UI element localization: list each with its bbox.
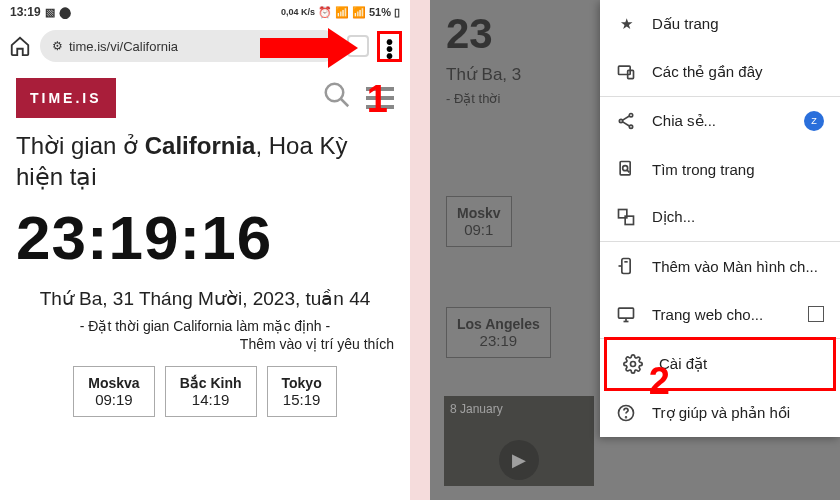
city-time: 15:19 bbox=[282, 391, 322, 408]
add-favorite-link[interactable]: Thêm vào vị trí yêu thích bbox=[16, 336, 394, 352]
translate-icon bbox=[616, 207, 636, 227]
menu-item-recent-tabs[interactable]: Các thẻ gần đây bbox=[600, 48, 840, 96]
kebab-menu-button[interactable]: ••• bbox=[386, 36, 393, 57]
desktop-icon bbox=[616, 304, 636, 324]
menu-item-find-in-page[interactable]: Tìm trong trang bbox=[600, 145, 840, 193]
svg-line-11 bbox=[627, 170, 630, 173]
city-card[interactable]: Tokyo 15:19 bbox=[267, 366, 337, 417]
title-prefix: Thời gian ở bbox=[16, 132, 145, 159]
svg-point-5 bbox=[619, 119, 622, 122]
wifi-icon: 📶 bbox=[335, 6, 349, 19]
svg-point-6 bbox=[629, 125, 632, 128]
url-text: time.is/vi/California bbox=[69, 39, 178, 54]
site-settings-icon: ⚙ bbox=[52, 39, 63, 53]
city-card[interactable]: Bắc Kinh 14:19 bbox=[165, 366, 257, 417]
signal-icon: 📶 bbox=[352, 6, 366, 19]
battery-text: 51% bbox=[369, 6, 391, 18]
city-name: Tokyo bbox=[282, 375, 322, 391]
svg-rect-14 bbox=[622, 259, 630, 274]
date-line: Thứ Ba, 31 Tháng Mười, 2023, tuần 44 bbox=[16, 287, 394, 310]
city-time: 14:19 bbox=[180, 391, 242, 408]
menu-label: Dấu trang bbox=[652, 15, 719, 33]
svg-point-21 bbox=[626, 417, 627, 418]
menu-item-share[interactable]: Chia sẻ... Z bbox=[600, 97, 840, 145]
set-default-link[interactable]: - Đặt thời gian California làm mặc định … bbox=[16, 318, 394, 334]
battery-icon: ▯ bbox=[394, 6, 400, 19]
site-logo[interactable]: TIME.IS bbox=[16, 78, 116, 118]
city-time: 09:19 bbox=[88, 391, 139, 408]
app-icon-2: ⬤ bbox=[59, 6, 71, 19]
svg-line-1 bbox=[341, 98, 349, 106]
home-button[interactable] bbox=[8, 34, 32, 58]
city-card[interactable]: Moskva 09:19 bbox=[73, 366, 154, 417]
menu-item-translate[interactable]: Dịch... bbox=[600, 193, 840, 241]
menu-item-bookmarks[interactable]: ★ Dấu trang bbox=[600, 0, 840, 48]
search-icon[interactable] bbox=[322, 80, 352, 117]
menu-label: Thêm vào Màn hình ch... bbox=[652, 258, 818, 275]
menu-item-settings[interactable]: Cài đặt bbox=[604, 337, 836, 391]
city-name: Moskva bbox=[88, 375, 139, 391]
net-speed: 0,04 K/s bbox=[281, 8, 315, 17]
menu-label: Trang web cho... bbox=[652, 306, 763, 323]
menu-item-add-to-home[interactable]: Thêm vào Màn hình ch... bbox=[600, 242, 840, 290]
menu-item-desktop-site[interactable]: Trang web cho... bbox=[600, 290, 840, 338]
title-bold: California bbox=[145, 132, 256, 159]
menu-item-help[interactable]: Trợ giúp và phản hồi bbox=[600, 389, 840, 437]
status-bar: 13:19 ▧ ⬤ 0,04 K/s ⏰ 📶 📶 51% ▯ bbox=[0, 0, 410, 24]
right-screenshot: 23 Thứ Ba, 3 - Đặt thời Moskv 09:1 Los A… bbox=[430, 0, 840, 500]
menu-label: Dịch... bbox=[652, 208, 695, 226]
status-time: 13:19 bbox=[10, 5, 41, 19]
alarm-icon: ⏰ bbox=[318, 6, 332, 19]
city-name: Bắc Kinh bbox=[180, 375, 242, 391]
menu-label: Tìm trong trang bbox=[652, 161, 755, 178]
city-row: Moskva 09:19 Bắc Kinh 14:19 Tokyo 15:19 bbox=[16, 366, 394, 417]
add-to-home-icon bbox=[616, 256, 636, 276]
share-icon bbox=[616, 111, 636, 131]
left-screenshot: 13:19 ▧ ⬤ 0,04 K/s ⏰ 📶 📶 51% ▯ ⚙ time.is… bbox=[0, 0, 410, 500]
zalo-badge-icon: Z bbox=[804, 111, 824, 131]
devices-icon bbox=[616, 62, 636, 82]
main-clock: 23:19:16 bbox=[16, 202, 394, 273]
menu-label: Chia sẻ... bbox=[652, 112, 716, 130]
svg-point-19 bbox=[631, 362, 636, 367]
help-icon bbox=[616, 403, 636, 423]
find-in-page-icon bbox=[616, 159, 636, 179]
gear-icon bbox=[623, 354, 643, 374]
arrow-annotation bbox=[260, 28, 360, 68]
svg-line-8 bbox=[623, 122, 630, 126]
step-label-2: 2 bbox=[649, 360, 670, 403]
page-title: Thời gian ở California, Hoa Kỳ hiện tại bbox=[16, 130, 394, 192]
svg-point-4 bbox=[629, 114, 632, 117]
step-label-1: 1 bbox=[367, 78, 388, 121]
menu-label: Các thẻ gần đây bbox=[652, 63, 763, 81]
star-icon: ★ bbox=[616, 14, 636, 34]
menu-label: Trợ giúp và phản hồi bbox=[652, 404, 790, 422]
desktop-site-checkbox[interactable] bbox=[808, 306, 824, 322]
svg-line-7 bbox=[623, 116, 630, 120]
svg-rect-16 bbox=[619, 308, 634, 318]
app-icon-1: ▧ bbox=[45, 6, 55, 19]
chrome-menu-panel: ★ Dấu trang Các thẻ gần đây Chia sẻ... Z… bbox=[600, 0, 840, 437]
svg-point-0 bbox=[326, 83, 344, 101]
kebab-menu-highlight: ••• bbox=[377, 31, 402, 62]
page-content: TIME.IS Thời gian ở California, Hoa Kỳ h… bbox=[0, 68, 410, 427]
